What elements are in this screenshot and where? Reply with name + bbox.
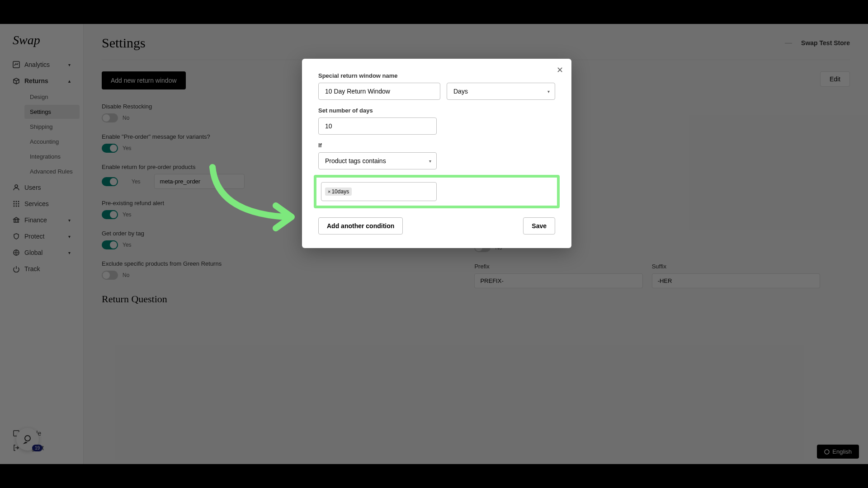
days-label: Set number of days [318,107,555,114]
unit-select[interactable]: Days [447,83,555,100]
tag-remove-icon[interactable]: × [328,189,330,194]
tag-text: 10days [331,188,349,195]
save-button[interactable]: Save [523,217,555,235]
highlighted-tag-area: × 10days [314,175,560,208]
modal-close-button[interactable]: ✕ [557,65,563,75]
window-name-input[interactable] [318,83,440,100]
return-window-modal: ✕ Special return window name Days Set nu… [302,59,571,248]
tag-chip: × 10days [325,188,352,196]
name-label: Special return window name [318,72,555,79]
add-condition-button[interactable]: Add another condition [318,217,403,235]
days-input[interactable] [318,117,437,135]
condition-select[interactable]: Product tags contains [318,152,437,169]
if-label: If [318,142,555,149]
tag-input[interactable]: × 10days [321,182,437,201]
